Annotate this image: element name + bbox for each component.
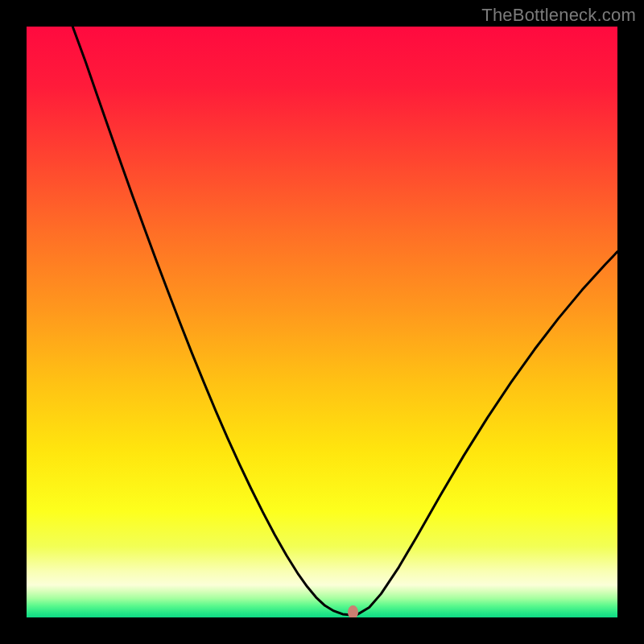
optimal-point-marker [348,605,358,617]
watermark-text: TheBottleneck.com [481,5,636,26]
chart-frame: TheBottleneck.com [0,0,644,644]
plot-area [27,27,617,617]
bottleneck-curve [27,27,617,617]
